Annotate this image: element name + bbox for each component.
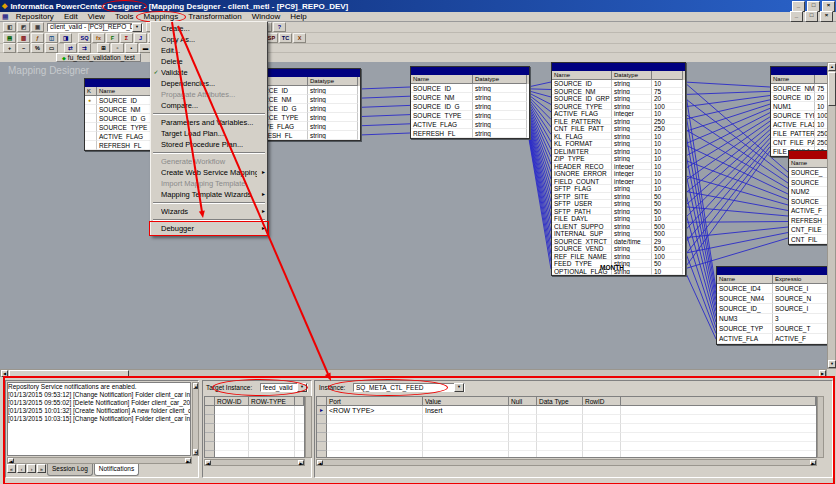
menu-item-compare[interactable]: Compare...: [151, 100, 267, 111]
menu-item-delete[interactable]: Delete: [151, 56, 267, 67]
grid-row[interactable]: ▸<ROW TYPE>Insert: [317, 406, 816, 415]
scroll-right-icon[interactable]: ▶: [819, 370, 826, 377]
grid-row[interactable]: [205, 433, 304, 442]
source-analyzer-icon[interactable]: ▤: [3, 33, 16, 43]
menu-item-debugger[interactable]: Debugger▸: [151, 223, 267, 234]
menu-item-propagate-attributes[interactable]: Propagate Attributes...: [151, 89, 267, 100]
mapping-canvas[interactable]: Mapping Designer: [0, 62, 827, 369]
target-grid-hscrollbar[interactable]: ◀ ▶: [204, 459, 305, 466]
workspace-tab-mapping[interactable]: ◆ fu_feed_validation_test: [56, 53, 141, 62]
grid-row[interactable]: [317, 433, 816, 442]
mapping-designer-icon[interactable]: ◨: [59, 33, 72, 43]
menu-item-dependencies[interactable]: Dependencies...: [151, 78, 267, 89]
menubar-item-view[interactable]: View: [83, 12, 110, 22]
arrange-all-icon[interactable]: ⊞: [97, 43, 110, 53]
dropdown-arrow-icon[interactable]: ▼: [132, 23, 142, 32]
xml-parser-icon[interactable]: X: [293, 33, 306, 43]
source-qualifier-icon[interactable]: SQ: [78, 33, 91, 43]
arrange-iconic-icon[interactable]: ▫: [111, 43, 124, 53]
menu-item-wizards[interactable]: Wizards▸: [151, 206, 267, 217]
canvas-hscroll-thumb[interactable]: [9, 370, 129, 377]
instance-grid-vscrollbar[interactable]: [817, 396, 824, 458]
mapplet-designer-icon[interactable]: ◫: [45, 33, 58, 43]
scroll-up-icon[interactable]: ▲: [193, 383, 198, 389]
filter-icon[interactable]: F: [106, 33, 119, 43]
zoom-percent-icon[interactable]: %: [31, 43, 44, 53]
minimize-button[interactable]: _: [792, 1, 805, 12]
output-vertical-scrollbar[interactable]: ▲ ▼: [192, 382, 199, 456]
menu-item-validate[interactable]: ✓Validate: [151, 67, 267, 78]
dropdown-arrow-icon[interactable]: ▼: [297, 383, 307, 392]
repository-context-select[interactable]: client_valid - [PC9]_REPO_DEV ▼: [47, 23, 143, 32]
fit-to-window-icon[interactable]: ▭: [45, 43, 58, 53]
canvas-label-month[interactable]: MONTH: [600, 264, 624, 271]
canvas-horizontal-scrollbar[interactable]: ◀ ▶: [0, 369, 827, 377]
grid-row[interactable]: [205, 415, 304, 424]
transformation-developer-icon[interactable]: ƒ: [31, 33, 44, 43]
grid-row[interactable]: [205, 451, 304, 458]
output-tab-session-log[interactable]: Session Log: [47, 464, 93, 476]
mdi-restore-button[interactable]: □: [805, 11, 818, 22]
dropdown-arrow-icon[interactable]: ▼: [454, 383, 464, 392]
tabs-scroll-last-icon[interactable]: »: [37, 464, 46, 473]
menubar-item-tools[interactable]: Tools: [110, 12, 139, 22]
mdi-minimize-button[interactable]: _: [790, 11, 803, 22]
menubar-item-edit[interactable]: Edit: [59, 12, 83, 22]
target-designer-icon[interactable]: ▥: [17, 33, 30, 43]
canvas-vertical-scrollbar[interactable]: ▲ ▼: [827, 62, 836, 369]
menubar-item-repository[interactable]: Repository: [11, 12, 59, 22]
grid-row[interactable]: [317, 451, 816, 458]
grid-row[interactable]: [317, 424, 816, 433]
scroll-down-icon[interactable]: ▼: [828, 360, 836, 368]
menubar-item-transformation[interactable]: Transformation: [183, 12, 247, 22]
menu-item-generate-workflow[interactable]: Generate Workflow: [151, 156, 267, 167]
link-ports-icon[interactable]: ⇄: [64, 43, 77, 53]
scroll-right-icon[interactable]: ▶: [298, 460, 304, 465]
expression-icon[interactable]: fx: [92, 33, 105, 43]
scroll-right-icon[interactable]: ▶: [810, 460, 816, 465]
instance-select[interactable]: SQ_META_CTL_FEED ▼: [353, 383, 465, 392]
aggregator-icon[interactable]: Σ: [120, 33, 133, 43]
tabs-scroll-next-icon[interactable]: ›: [27, 464, 36, 473]
scroll-up-icon[interactable]: ▲: [828, 63, 836, 71]
grid-row[interactable]: [317, 415, 816, 424]
menu-item-mapping-template-wizards[interactable]: Mapping Template Wizards▸: [151, 189, 267, 200]
help-icon[interactable]: ?: [273, 22, 286, 32]
menu-item-stored-procedure-plan[interactable]: Stored Procedure Plan...: [151, 139, 267, 150]
menu-item-import-mapping-template[interactable]: Import Mapping Template: [151, 178, 267, 189]
notifications-log[interactable]: Repository Service notifications are ena…: [7, 382, 191, 456]
toggle-overview-window-icon[interactable]: ▣: [31, 22, 44, 32]
grid-row[interactable]: [205, 406, 304, 415]
instance-grid-hscrollbar[interactable]: ◀ ▶: [316, 459, 817, 466]
scroll-right-icon[interactable]: ▶: [185, 458, 191, 463]
target-instance-select[interactable]: feed_valid ▼: [260, 383, 308, 392]
output-tab-notifications[interactable]: Notifications: [94, 464, 139, 476]
zoom-in-icon[interactable]: +: [3, 43, 16, 53]
maximize-button[interactable]: □: [807, 1, 820, 12]
tabs-scroll-prev-icon[interactable]: ‹: [17, 464, 26, 473]
menu-item-create-web-service-mapping[interactable]: Create Web Service Mapping▸: [151, 167, 267, 178]
grid-row[interactable]: [205, 442, 304, 451]
menu-item-target-load-plan[interactable]: Target Load Plan...: [151, 128, 267, 139]
propagate-ports-icon[interactable]: ⇉: [78, 43, 91, 53]
transaction-control-icon[interactable]: TC: [279, 33, 292, 43]
toggle-repository-navigator-icon[interactable]: ◧: [3, 22, 16, 32]
menu-item-edit[interactable]: Edit...: [151, 45, 267, 56]
target-grid-vscrollbar[interactable]: [305, 396, 312, 458]
zoom-out-icon[interactable]: −: [17, 43, 30, 53]
toggle-output-window-icon[interactable]: ◩: [17, 22, 30, 32]
menu-item-copy-as[interactable]: Copy As...: [151, 34, 267, 45]
mdi-close-button[interactable]: ×: [820, 11, 833, 22]
close-button[interactable]: ×: [822, 1, 835, 12]
tabs-scroll-first-icon[interactable]: «: [7, 464, 16, 473]
menu-item-create[interactable]: Create...: [151, 23, 267, 34]
scroll-left-icon[interactable]: ◀: [8, 458, 14, 463]
menubar-item-mappings[interactable]: Mappings: [139, 12, 184, 22]
menubar-item-window[interactable]: Window: [247, 12, 285, 22]
menubar-item-help[interactable]: Help: [285, 12, 311, 22]
scroll-left-icon[interactable]: ◀: [317, 460, 323, 465]
expand-windows-icon[interactable]: ▪: [125, 43, 138, 53]
output-horizontal-scrollbar[interactable]: ◀ ▶: [7, 457, 192, 464]
canvas-vscroll-thumb[interactable]: [828, 72, 836, 106]
menu-item-parameters-and-variables[interactable]: Parameters and Variables...: [151, 117, 267, 128]
